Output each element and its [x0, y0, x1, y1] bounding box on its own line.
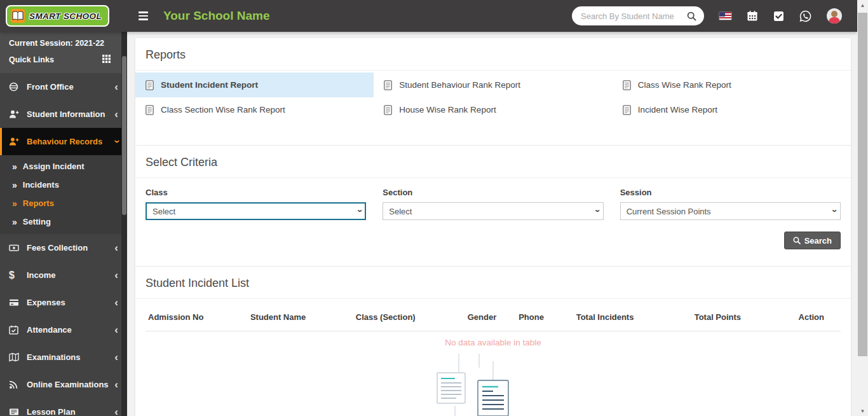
- online-examinations-icon: [9, 380, 27, 389]
- sidebar-scrollbar-thumb[interactable]: [122, 56, 126, 215]
- language-flag-icon[interactable]: [719, 12, 731, 20]
- column-header-total-incidents[interactable]: Total Incidents: [574, 303, 692, 331]
- calendar-icon[interactable]: [747, 10, 758, 22]
- submenu-item-label: Setting: [23, 217, 51, 226]
- behaviour-records-submenu: » Assign Incident » Incidents » Reports …: [0, 155, 127, 234]
- class-field: Class Select ‹: [146, 188, 366, 220]
- grid-icon: [102, 55, 111, 65]
- chevron-left-icon: ‹: [114, 270, 118, 281]
- main-scrollbar[interactable]: ▲ ▼: [857, 0, 868, 416]
- empty-row: No data available in table: [146, 331, 841, 349]
- criteria-section-title: Select Criteria: [135, 146, 851, 178]
- sidebar-item-label: Expenses: [27, 298, 65, 307]
- sidebar-item-attendance[interactable]: Attendance ‹: [0, 316, 127, 343]
- sidebar-item-label: Behaviour Records: [27, 137, 102, 146]
- lesson-plan-icon: [9, 407, 27, 416]
- session-field: Session Current Session Points ‹: [620, 188, 841, 220]
- column-header-class-section[interactable]: Class (Section): [353, 303, 465, 331]
- section-select[interactable]: Select: [383, 202, 603, 220]
- report-link-house-wise-rank[interactable]: House Wise Rank Report: [374, 97, 612, 122]
- sidebar-item-label: Examinations: [27, 352, 81, 362]
- sidebar-item-fees-collection[interactable]: Fees Collection ‹: [0, 234, 127, 261]
- column-header-gender[interactable]: Gender: [465, 303, 516, 331]
- column-header-total-points[interactable]: Total Points: [692, 303, 796, 331]
- task-check-icon[interactable]: [773, 11, 784, 22]
- top-navbar: SMART SCHOOL Your School Name: [0, 0, 857, 32]
- student-incident-table: Admission No Student Name Class (Section…: [146, 303, 841, 349]
- front-office-icon: [9, 82, 27, 92]
- report-link-student-incident[interactable]: Student Incident Report: [135, 73, 374, 97]
- sidebar-item-label: Online Examinations: [27, 380, 109, 389]
- student-incident-table-wrap: Admission No Student Name Class (Section…: [135, 299, 851, 349]
- sidebar-item-label: Attendance: [27, 325, 72, 335]
- main-content: Reports Student Incident Report Student …: [127, 32, 857, 416]
- report-link-incident-wise[interactable]: Incident Wise Report: [613, 97, 851, 122]
- behaviour-records-icon: [9, 137, 27, 146]
- chevron-left-icon: ‹: [114, 242, 118, 253]
- column-header-admission-no[interactable]: Admission No: [146, 303, 248, 331]
- submenu-item-assign-incident[interactable]: » Assign Incident: [0, 157, 127, 176]
- column-header-student-name[interactable]: Student Name: [248, 303, 353, 331]
- logo-pill: SMART SCHOOL: [6, 5, 109, 27]
- sidebar-item-front-office[interactable]: Front Office ‹: [0, 73, 127, 101]
- student-list-section-title: Student Incident List: [135, 267, 851, 299]
- double-arrow-icon: »: [12, 198, 17, 209]
- report-link-label: Class Wise Rank Report: [638, 80, 731, 90]
- submenu-item-label: Reports: [23, 198, 54, 208]
- submenu-item-incidents[interactable]: » Incidents: [0, 176, 127, 194]
- app-logo[interactable]: SMART SCHOOL: [0, 5, 127, 27]
- column-header-phone[interactable]: Phone: [516, 303, 573, 331]
- double-arrow-icon: »: [12, 180, 17, 190]
- quick-links-label: Quick Links: [9, 55, 54, 64]
- class-label: Class: [146, 188, 366, 197]
- no-data-message: No data available in table: [146, 331, 841, 349]
- report-link-student-behaviour-rank[interactable]: Student Behaviour Rank Report: [374, 73, 612, 97]
- search-icon[interactable]: [687, 11, 696, 21]
- sidebar-item-label: Lesson Plan: [27, 407, 76, 416]
- report-link-label: Incident Wise Report: [638, 105, 717, 114]
- student-information-icon: [9, 109, 27, 119]
- current-session-label: Current Session: 2021-22: [9, 39, 118, 48]
- student-search-input[interactable]: [580, 11, 683, 22]
- submenu-item-reports[interactable]: » Reports: [0, 194, 127, 212]
- sidebar-menu: Front Office ‹ Student Information ‹ Beh…: [0, 73, 127, 416]
- chevron-left-icon: ‹: [114, 81, 118, 92]
- examinations-icon: [9, 352, 27, 362]
- chevron-left-icon: ‹: [114, 297, 118, 308]
- report-link-class-section-wise-rank[interactable]: Class Section Wise Rank Report: [135, 97, 374, 122]
- hamburger-menu-icon[interactable]: [136, 9, 151, 23]
- sidebar-item-expenses[interactable]: Expenses ‹: [0, 289, 127, 316]
- scroll-up-arrow[interactable]: ▲: [857, 0, 868, 10]
- search-button[interactable]: Search: [784, 232, 841, 249]
- attendance-icon: [9, 325, 27, 335]
- chevron-left-icon: ‹: [114, 379, 118, 390]
- submenu-item-label: Assign Incident: [23, 162, 85, 171]
- report-link-class-wise-rank[interactable]: Class Wise Rank Report: [613, 73, 851, 97]
- whatsapp-icon[interactable]: [799, 10, 811, 22]
- chevron-left-icon: ‹: [114, 406, 118, 416]
- table-header-row: Admission No Student Name Class (Section…: [146, 303, 841, 331]
- chevron-left-icon: ‹: [114, 352, 118, 363]
- chevron-left-icon: ‹: [114, 324, 118, 335]
- sidebar-item-lesson-plan[interactable]: Lesson Plan ‹: [0, 398, 127, 416]
- sidebar-item-online-examinations[interactable]: Online Examinations ‹: [0, 371, 127, 398]
- column-header-action[interactable]: Action: [796, 303, 841, 331]
- fees-collection-icon: [9, 243, 27, 253]
- submenu-item-setting[interactable]: » Setting: [0, 212, 127, 231]
- sidebar-item-behaviour-records[interactable]: Behaviour Records ‹: [0, 128, 127, 155]
- quick-links[interactable]: Quick Links: [9, 55, 118, 65]
- sidebar-scrollbar[interactable]: [121, 32, 127, 416]
- sidebar-item-student-information[interactable]: Student Information ‹: [0, 101, 127, 128]
- session-select[interactable]: Current Session Points: [620, 202, 841, 220]
- sidebar-item-income[interactable]: $ Income ‹: [0, 261, 127, 289]
- navbar-right: [572, 6, 857, 25]
- class-select[interactable]: Select: [146, 202, 366, 220]
- sidebar-item-examinations[interactable]: Examinations ‹: [0, 343, 127, 371]
- scroll-down-arrow[interactable]: ▼: [857, 406, 868, 416]
- user-avatar[interactable]: [827, 8, 842, 24]
- criteria-button-row: Search: [135, 220, 851, 266]
- reports-section-title: Reports: [135, 38, 851, 71]
- main-scrollbar-thumb[interactable]: [858, 13, 867, 356]
- chevron-left-icon: ‹: [114, 109, 118, 120]
- chevron-down-icon: ‹: [111, 140, 122, 144]
